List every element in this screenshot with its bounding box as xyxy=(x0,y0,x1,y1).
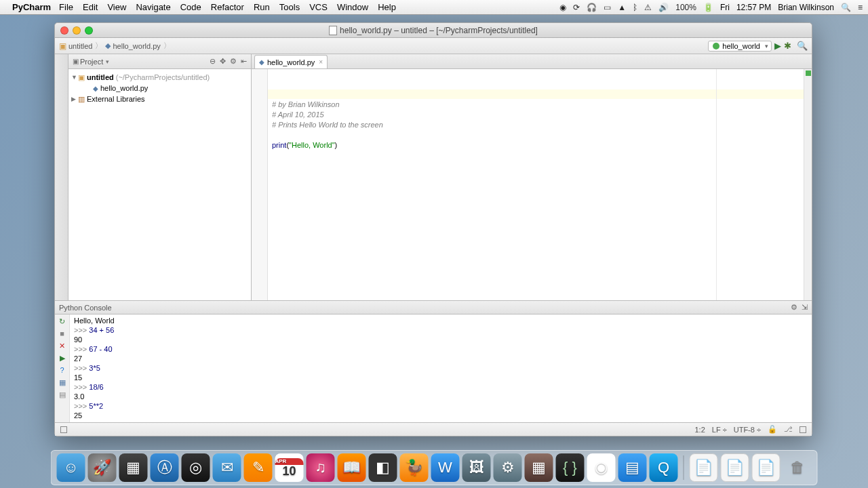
analysis-ok-icon xyxy=(806,70,811,76)
volume-icon[interactable]: 🔊 xyxy=(658,3,669,12)
dock-mail[interactable]: ✉ xyxy=(213,453,241,482)
dock-quicktime[interactable]: Q xyxy=(650,453,678,482)
debug-button[interactable]: ✱ xyxy=(784,41,791,51)
dock-calendar[interactable]: APR 10 xyxy=(275,453,304,482)
breadcrumb-separator-icon: 〉 xyxy=(163,41,171,51)
settings-icon[interactable]: ⚙ xyxy=(230,57,237,66)
console-output[interactable]: Hello, World >>> 34 + 56 90 >>> 67 - 40 … xyxy=(70,314,812,422)
breadcrumb-file[interactable]: ◆ hello_world.py xyxy=(105,41,160,50)
search-everywhere-icon[interactable]: 🔍 xyxy=(797,41,808,51)
dock-word[interactable]: W xyxy=(431,453,460,482)
disclosure-triangle-icon[interactable]: ▼ xyxy=(71,74,78,81)
hide-panel-icon[interactable]: ⇤ xyxy=(241,57,247,66)
menubar-app-name[interactable]: PyCharm xyxy=(12,2,51,12)
readonly-toggle-icon[interactable]: 🔓 xyxy=(768,425,777,434)
battery-icon[interactable]: 🔋 xyxy=(703,3,713,12)
menu-code[interactable]: Code xyxy=(180,2,201,12)
menubar-user[interactable]: Brian Wilkinson xyxy=(778,3,834,12)
run-button[interactable]: ▶ xyxy=(774,41,781,51)
execute-icon[interactable]: ▶ xyxy=(58,353,67,363)
close-console-icon[interactable]: ✕ xyxy=(58,341,67,350)
dock-pages[interactable]: ✎ xyxy=(244,453,273,482)
console-hide-icon[interactable]: ⇲ xyxy=(802,303,808,312)
tree-file-hello-world[interactable]: ◆ hello_world.py xyxy=(68,83,251,94)
dock-appstore[interactable]: Ⓐ xyxy=(151,453,179,482)
code-editor[interactable]: # hello_world.py # by Brian Wilkinson # … xyxy=(252,69,812,300)
spotlight-icon[interactable]: 🔍 xyxy=(841,3,851,12)
tree-external-libraries[interactable]: ▶ ▥ External Libraries xyxy=(68,94,251,104)
window-titlebar[interactable]: hello_world.py – untitled – [~/PycharmPr… xyxy=(55,23,812,38)
dock-chrome[interactable]: ◉ xyxy=(587,453,616,482)
zoom-window-button[interactable] xyxy=(85,26,93,35)
mac-menubar: PyCharm File Edit View Navigate Code Ref… xyxy=(0,0,868,15)
dock-cyberduck[interactable]: 🦆 xyxy=(400,453,429,482)
help-icon[interactable]: ? xyxy=(58,365,67,375)
close-tab-icon[interactable]: × xyxy=(319,58,323,66)
menubar-day[interactable]: Fri xyxy=(720,3,730,12)
dock-missioncontrol[interactable]: ▦ xyxy=(119,453,148,482)
dock-finder[interactable]: ☺ xyxy=(57,453,85,482)
dock-launchpad[interactable]: 🚀 xyxy=(88,453,117,482)
menubar-time[interactable]: 12:57 PM xyxy=(736,3,771,12)
dock-document-3[interactable]: 📄 xyxy=(752,453,781,482)
dock-googledrive[interactable]: ▤ xyxy=(618,453,647,482)
editor-tab-hello-world[interactable]: ◆ hello_world.py × xyxy=(254,55,328,68)
menu-tools[interactable]: Tools xyxy=(279,2,300,12)
stop-icon[interactable]: ■ xyxy=(58,329,67,338)
tool-windows-toggle-icon[interactable] xyxy=(60,426,67,433)
close-window-button[interactable] xyxy=(60,26,68,35)
dock-document-1[interactable]: 📄 xyxy=(690,453,718,482)
breadcrumb-root[interactable]: ▣ untitled xyxy=(59,41,92,51)
browse-history-icon[interactable]: ▤ xyxy=(58,390,67,399)
minimize-window-button[interactable] xyxy=(73,26,81,35)
line-separator[interactable]: LF ÷ xyxy=(712,426,727,434)
menu-run[interactable]: Run xyxy=(254,2,270,12)
menu-file[interactable]: File xyxy=(59,2,73,12)
menu-refactor[interactable]: Refactor xyxy=(211,2,244,12)
git-icon[interactable]: ⎇ xyxy=(784,425,793,434)
editor-gutter[interactable] xyxy=(252,69,268,300)
menu-view[interactable]: View xyxy=(107,2,126,12)
bluetooth-icon[interactable]: ᛒ xyxy=(633,3,637,12)
dock-sysprefs[interactable]: ⚙ xyxy=(494,453,522,482)
run-config-dropdown[interactable]: hello_world xyxy=(708,41,772,52)
display-icon[interactable]: ▭ xyxy=(604,3,611,12)
airplay-icon[interactable]: ▲ xyxy=(618,3,626,12)
console-title[interactable]: Python Console xyxy=(59,304,112,312)
menu-help[interactable]: Help xyxy=(378,2,396,12)
tree-root-folder[interactable]: ▼ ▣ untitled (~/PycharmProjects/untitled… xyxy=(68,72,251,83)
rerun-icon[interactable]: ↻ xyxy=(58,317,67,326)
project-panel-title[interactable]: Project xyxy=(80,58,103,66)
dock-adobe[interactable]: ◧ xyxy=(369,453,397,482)
left-tool-window-bar[interactable] xyxy=(55,54,68,300)
console-settings-icon[interactable]: ⚙ xyxy=(791,303,797,312)
show-vars-icon[interactable]: ▦ xyxy=(58,378,67,387)
dock-trash[interactable]: 🗑 xyxy=(783,453,812,482)
menu-navigate[interactable]: Navigate xyxy=(136,2,170,12)
file-encoding[interactable]: UTF-8 ÷ xyxy=(734,426,761,434)
dock-itunes[interactable]: ♫ xyxy=(307,453,335,482)
menu-edit[interactable]: Edit xyxy=(83,2,98,12)
dock-minecraft[interactable]: ▦ xyxy=(525,453,553,482)
dock-pycharm[interactable]: { } xyxy=(556,453,585,482)
dock-preview[interactable]: 🖼 xyxy=(462,453,491,482)
record-icon[interactable]: ◉ xyxy=(559,3,566,12)
dock-document-2[interactable]: 📄 xyxy=(721,453,749,482)
dock-ibooks[interactable]: 📖 xyxy=(338,453,366,482)
project-view-dropdown-icon[interactable]: ▾ xyxy=(106,58,109,65)
collapse-all-icon[interactable]: ⊖ xyxy=(210,57,216,66)
error-stripe[interactable] xyxy=(804,69,812,300)
notifications-icon[interactable]: ≡ xyxy=(858,3,863,12)
wifi-icon[interactable]: ⚠ xyxy=(644,3,652,12)
scroll-from-source-icon[interactable]: ✥ xyxy=(220,57,226,66)
sync-icon[interactable]: ⟳ xyxy=(573,3,580,12)
menu-vcs[interactable]: VCS xyxy=(309,2,328,12)
disclosure-triangle-icon[interactable]: ▶ xyxy=(71,96,78,102)
battery-text[interactable]: 100% xyxy=(675,3,696,12)
dock-photobooth[interactable]: ◎ xyxy=(182,453,210,482)
headphones-icon[interactable]: 🎧 xyxy=(587,3,597,12)
hector-icon[interactable] xyxy=(800,426,806,433)
caret-position[interactable]: 1:2 xyxy=(695,426,705,434)
project-view-icon: ▣ xyxy=(73,58,79,65)
menu-window[interactable]: Window xyxy=(337,2,368,12)
